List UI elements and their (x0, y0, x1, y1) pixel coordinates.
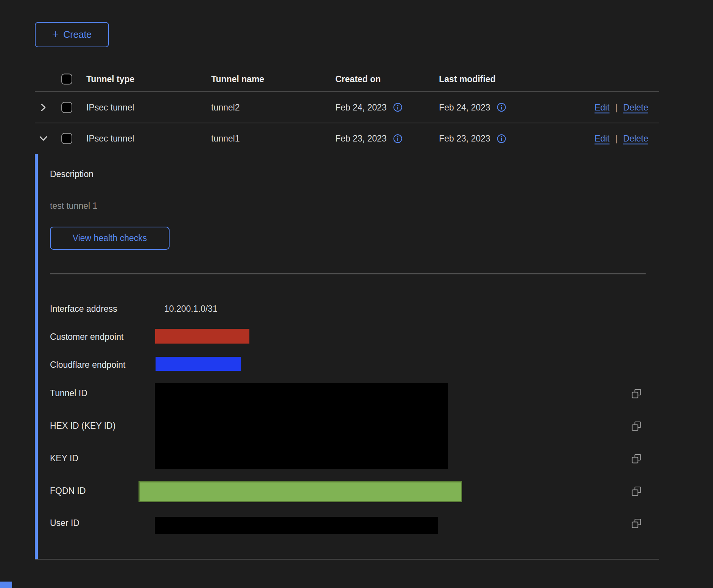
last-modified-cell: Feb 24, 2023 (439, 102, 490, 112)
edit-link[interactable]: Edit (595, 102, 610, 112)
tunnel-name-cell: tunnel1 (211, 134, 240, 144)
clipped-bottom-left-element (0, 582, 12, 588)
row-checkbox[interactable] (61, 102, 72, 113)
cloudflare-endpoint-label: Cloudflare endpoint (50, 360, 125, 370)
table-header-row: Tunnel type Tunnel name Created on Last … (35, 66, 659, 92)
expand-chevron-right-icon[interactable] (39, 103, 48, 112)
tunnel-id-label: Tunnel ID (50, 388, 87, 398)
tunnels-page: + Create Tunnel type Tunnel name Created… (0, 0, 713, 588)
edit-link[interactable]: Edit (595, 134, 610, 144)
info-icon[interactable] (393, 103, 402, 112)
action-separator: | (615, 134, 618, 144)
ids-redacted-values (155, 383, 448, 469)
info-icon[interactable] (497, 134, 506, 143)
created-on-cell: Feb 23, 2023 (335, 134, 387, 144)
section-divider (50, 274, 646, 274)
customer-endpoint-label: Customer endpoint (50, 332, 123, 342)
column-header-last-modified: Last modified (439, 74, 496, 84)
user-id-label: User ID (50, 518, 79, 528)
column-header-tunnel-name: Tunnel name (211, 74, 264, 84)
action-separator: | (615, 102, 618, 112)
tunnel-type-cell: IPsec tunnel (86, 134, 134, 144)
view-health-checks-button[interactable]: View health checks (50, 227, 170, 250)
create-button[interactable]: + Create (35, 22, 109, 47)
info-icon[interactable] (393, 134, 402, 143)
copy-icon[interactable] (631, 454, 641, 464)
copy-icon[interactable] (631, 421, 641, 431)
column-header-created-on: Created on (335, 74, 381, 84)
table-row: IPsec tunnel tunnel1 Feb 23, 2023 Feb 23… (35, 123, 659, 154)
interface-address-label: Interface address (50, 304, 117, 314)
customer-endpoint-redacted-value (155, 329, 249, 344)
cloudflare-endpoint-redacted-value (156, 357, 241, 371)
fqdn-id-label: FQDN ID (50, 486, 86, 496)
table-row: IPsec tunnel tunnel2 Feb 24, 2023 Feb 24… (35, 92, 659, 123)
expanded-row-accent-bar (35, 154, 38, 559)
create-button-label: Create (63, 29, 92, 40)
info-icon[interactable] (497, 103, 506, 112)
tunnel-type-cell: IPsec tunnel (86, 102, 134, 112)
panel-bottom-divider (35, 559, 659, 560)
select-all-checkbox[interactable] (61, 73, 72, 84)
delete-link[interactable]: Delete (623, 102, 648, 112)
hex-id-label: HEX ID (KEY ID) (50, 421, 115, 431)
column-header-tunnel-type: Tunnel type (86, 74, 134, 84)
interface-address-value: 10.200.1.0/31 (164, 304, 218, 314)
copy-icon[interactable] (631, 518, 641, 529)
copy-icon[interactable] (631, 389, 641, 399)
row-checkbox[interactable] (61, 133, 72, 144)
key-id-label: KEY ID (50, 453, 78, 464)
collapse-chevron-down-icon[interactable] (39, 134, 48, 143)
fqdn-id-redacted-value (139, 481, 462, 502)
copy-icon[interactable] (631, 486, 641, 496)
tunnel-name-cell: tunnel2 (211, 102, 240, 112)
created-on-cell: Feb 24, 2023 (335, 102, 387, 112)
description-value: test tunnel 1 (50, 201, 97, 211)
delete-link[interactable]: Delete (623, 134, 648, 144)
user-id-redacted-value (155, 517, 438, 534)
plus-icon: + (52, 28, 59, 40)
description-label: Description (50, 169, 93, 179)
last-modified-cell: Feb 23, 2023 (439, 134, 490, 144)
